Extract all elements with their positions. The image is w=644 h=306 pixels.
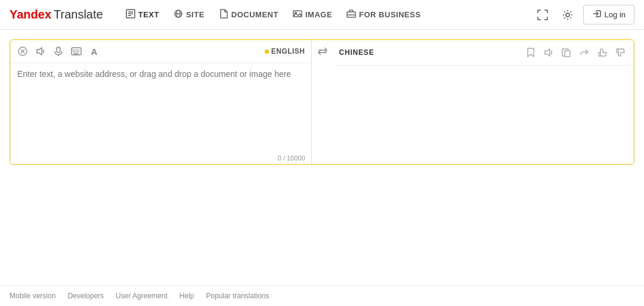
header: Yandex Translate TEXT	[0, 0, 644, 30]
nav-site-label: SITE	[186, 10, 205, 19]
footer-help[interactable]: Help	[179, 292, 194, 300]
font-button[interactable]: A	[88, 45, 101, 58]
document-icon	[219, 9, 228, 20]
svg-rect-31	[565, 51, 570, 57]
copy-button[interactable]	[559, 45, 574, 60]
target-lang-label[interactable]: CHINESE	[339, 48, 374, 57]
lang-dot	[265, 50, 269, 54]
microphone-button[interactable]	[52, 45, 65, 58]
share-button[interactable]	[577, 45, 592, 60]
main-content: A ENGLISH 0 / 10000 CHINESE	[0, 30, 644, 285]
nav-items: TEXT SITE DOCUMENT	[120, 5, 528, 24]
source-panel: A ENGLISH 0 / 10000	[10, 40, 312, 164]
nav-image[interactable]: IMAGE	[287, 5, 338, 24]
nav-document-label: DOCUMENT	[231, 10, 278, 19]
nav-for-business[interactable]: FOR BUSINESS	[340, 5, 427, 24]
nav-text-label: TEXT	[138, 10, 159, 19]
footer-developers[interactable]: Developers	[67, 292, 104, 300]
nav-text[interactable]: TEXT	[120, 5, 165, 24]
target-toolbar: CHINESE	[333, 40, 634, 66]
char-count: 0 / 10000	[10, 152, 311, 164]
briefcase-icon	[346, 9, 356, 20]
text-icon	[126, 9, 135, 20]
footer-user-agreement[interactable]: User Agreement	[116, 292, 168, 300]
target-panel: CHINESE	[333, 40, 634, 164]
swap-button[interactable]	[312, 40, 333, 164]
source-lang-label[interactable]: ENGLISH	[265, 47, 305, 55]
svg-marker-30	[545, 49, 550, 56]
target-content	[333, 66, 634, 164]
target-volume-button[interactable]	[541, 45, 556, 60]
footer-popular[interactable]: Popular translations	[206, 292, 269, 300]
bookmark-button[interactable]	[523, 45, 538, 60]
login-label: Log in	[605, 10, 626, 19]
keyboard-button[interactable]	[70, 45, 83, 58]
login-icon	[592, 9, 602, 20]
nav-site[interactable]: SITE	[168, 5, 210, 24]
nav-for-business-label: FOR BUSINESS	[359, 10, 421, 19]
svg-rect-16	[57, 47, 60, 52]
svg-point-11	[566, 13, 569, 17]
translate-container: A ENGLISH 0 / 10000 CHINESE	[10, 39, 634, 165]
source-toolbar: A ENGLISH	[10, 40, 311, 63]
logo-translate: Translate	[54, 8, 103, 21]
thumbdown-button[interactable]	[612, 45, 628, 60]
footer: Mobile version Developers User Agreement…	[0, 285, 644, 306]
nav-image-label: IMAGE	[305, 10, 332, 19]
source-volume-button[interactable]	[34, 45, 47, 58]
header-actions: Log in	[533, 5, 634, 24]
target-actions	[523, 45, 628, 60]
clear-button[interactable]	[16, 45, 29, 58]
thumbup-button[interactable]	[595, 45, 610, 60]
fullscreen-button[interactable]	[533, 5, 552, 24]
source-textarea[interactable]	[10, 63, 311, 152]
image-icon	[293, 9, 302, 20]
logo-yandex: Yandex	[10, 8, 51, 21]
footer-mobile[interactable]: Mobile version	[10, 292, 55, 300]
svg-marker-15	[37, 48, 42, 55]
login-button[interactable]: Log in	[583, 5, 634, 24]
logo[interactable]: Yandex Translate	[10, 8, 103, 21]
settings-button[interactable]	[558, 5, 577, 24]
nav-document[interactable]: DOCUMENT	[213, 5, 284, 24]
globe-icon	[174, 9, 183, 20]
